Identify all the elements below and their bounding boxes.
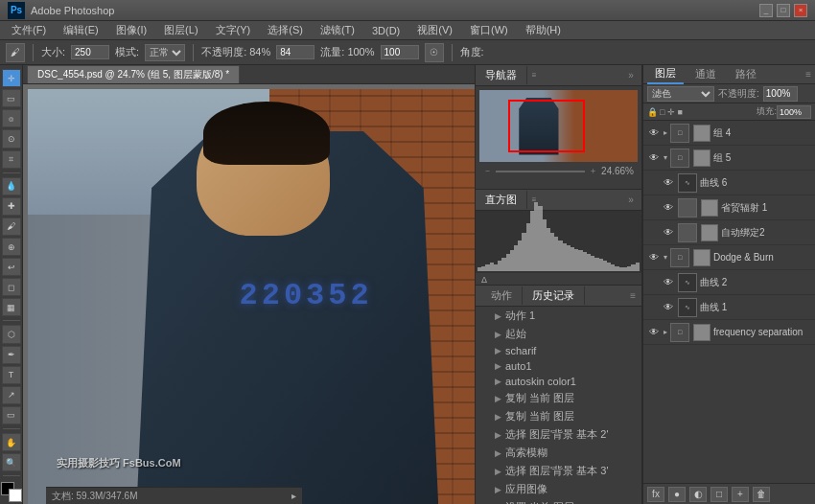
eraser-tool[interactable]: ◻: [2, 278, 21, 296]
history-item[interactable]: ▶应用图像: [476, 480, 641, 498]
layer-group-toggle[interactable]: ▸: [664, 128, 667, 137]
history-item[interactable]: ▶复制 当前 图层: [476, 407, 641, 425]
layer-visibility-toggle[interactable]: 👁: [662, 301, 675, 314]
menu-file[interactable]: 文件(F): [4, 21, 54, 39]
flow-input[interactable]: [381, 45, 419, 59]
brush-tool[interactable]: 🖌: [2, 218, 21, 236]
layer-item[interactable]: 👁∿曲线 6: [643, 171, 815, 195]
menu-text[interactable]: 文字(Y): [208, 21, 259, 39]
brush-size-input[interactable]: [71, 45, 109, 59]
brush-tool-icon[interactable]: 🖌: [6, 43, 25, 62]
path-selection-tool[interactable]: ↗: [2, 386, 21, 404]
navigator-expand-btn[interactable]: ≡: [527, 69, 541, 82]
layer-delete-button[interactable]: 🗑: [753, 487, 770, 502]
history-item[interactable]: ▶auto1: [476, 358, 641, 374]
layer-visibility-toggle[interactable]: 👁: [647, 151, 661, 165]
layer-item[interactable]: 👁▾□Dodge & Burn: [643, 245, 815, 270]
layer-new-button[interactable]: +: [732, 487, 749, 502]
move-tool[interactable]: ✛: [2, 69, 21, 87]
layer-fx-button[interactable]: fx: [647, 487, 664, 502]
shape-tool[interactable]: ▭: [2, 406, 21, 424]
layer-group-button[interactable]: □: [710, 487, 728, 502]
history-item[interactable]: ▶设置 当前 图层: [476, 498, 641, 504]
layer-fill-input[interactable]: [777, 105, 811, 119]
heal-tool[interactable]: ✚: [2, 197, 21, 216]
menu-view[interactable]: 视图(V): [409, 21, 460, 39]
paths-tab[interactable]: 路径: [728, 65, 764, 83]
layer-group-toggle[interactable]: ▸: [664, 328, 667, 336]
layer-visibility-toggle[interactable]: 👁: [662, 276, 675, 289]
history-tab[interactable]: 历史记录: [523, 286, 585, 305]
canvas-tab-active[interactable]: DSC_4554.psd @ 24.7% (组 5, 图层蒙版/8) *: [27, 65, 240, 83]
layers-tab[interactable]: 图层: [647, 65, 684, 84]
dodge-tool[interactable]: ⬡: [2, 325, 21, 343]
history-item[interactable]: ▶选择 图层'背景 基本 2': [476, 425, 641, 444]
maximize-button[interactable]: □: [777, 4, 790, 17]
history-expand[interactable]: ≡: [630, 290, 636, 301]
marquee-tool[interactable]: ▭: [2, 89, 21, 107]
layer-opacity-input[interactable]: [763, 86, 798, 102]
layer-item[interactable]: 👁省贸辐射 1: [643, 195, 815, 220]
history-brush-tool[interactable]: ↩: [2, 258, 21, 276]
layer-item[interactable]: 👁∿曲线 2: [643, 270, 815, 295]
layer-blend-mode-select[interactable]: 滤色 正常: [647, 86, 714, 102]
layer-visibility-toggle[interactable]: 👁: [647, 126, 661, 140]
menu-filter[interactable]: 滤镜(T): [313, 21, 362, 39]
quick-select-tool[interactable]: ⊙: [2, 129, 21, 148]
opacity-input[interactable]: [276, 45, 314, 59]
nav-viewport-box[interactable]: [508, 100, 585, 152]
menu-help[interactable]: 帮助(H): [518, 21, 569, 39]
navigator-close-btn[interactable]: »: [623, 68, 639, 83]
zoom-plus-icon[interactable]: ＋: [589, 165, 597, 177]
layer-group-toggle[interactable]: ▾: [664, 253, 667, 262]
layer-adj-button[interactable]: ◐: [689, 487, 707, 502]
layer-item[interactable]: 👁▸□组 4: [643, 121, 815, 146]
hand-tool[interactable]: ✋: [2, 433, 21, 451]
channels-tab[interactable]: 通道: [687, 65, 724, 83]
airbrush-icon[interactable]: ☉: [425, 43, 444, 62]
blend-mode-select[interactable]: 正常: [145, 44, 185, 61]
zoom-tool[interactable]: 🔍: [2, 453, 21, 471]
layer-visibility-toggle[interactable]: 👁: [662, 176, 675, 190]
actions-tab[interactable]: 动作: [481, 286, 523, 305]
menu-window[interactable]: 窗口(W): [462, 21, 516, 39]
zoom-minus-icon[interactable]: －: [483, 165, 492, 177]
layer-mask-button[interactable]: ●: [668, 487, 686, 502]
minimize-button[interactable]: _: [759, 4, 773, 17]
history-item[interactable]: ▶复制 当前 图层: [476, 389, 641, 407]
pen-tool[interactable]: ✒: [2, 346, 21, 364]
history-item[interactable]: ▶scharif: [476, 343, 641, 358]
layer-visibility-toggle[interactable]: 👁: [647, 326, 661, 339]
menu-select[interactable]: 选择(S): [260, 21, 311, 39]
history-item[interactable]: ▶选择 图层'背景 基本 3': [476, 462, 641, 480]
menu-image[interactable]: 图像(I): [108, 21, 154, 39]
histogram-close-btn[interactable]: »: [623, 193, 639, 208]
histogram-tab[interactable]: 直方图: [476, 191, 527, 209]
layer-item[interactable]: 👁∿曲线 1: [643, 295, 815, 320]
history-item[interactable]: ▶高索模糊: [476, 444, 641, 462]
crop-tool[interactable]: ⌗: [2, 150, 21, 169]
type-tool[interactable]: T: [2, 366, 21, 384]
color-picker[interactable]: [1, 482, 22, 502]
layers-menu-btn[interactable]: ≡: [805, 69, 811, 80]
layer-item[interactable]: 👁自动绑定2: [643, 220, 815, 245]
layer-visibility-toggle[interactable]: 👁: [647, 251, 661, 264]
layer-item[interactable]: 👁▾□组 5: [643, 146, 815, 171]
layer-group-toggle[interactable]: ▾: [664, 153, 667, 162]
menu-layer[interactable]: 图层(L): [156, 21, 205, 39]
history-item[interactable]: ▶动作 1: [476, 307, 641, 325]
menu-3d[interactable]: 3D(D): [364, 23, 408, 38]
eyedropper-tool[interactable]: 💧: [2, 177, 21, 195]
close-button[interactable]: ×: [794, 4, 807, 17]
menu-edit[interactable]: 编辑(E): [56, 21, 106, 39]
zoom-slider[interactable]: [496, 171, 585, 172]
history-item[interactable]: ▶起始: [476, 325, 641, 343]
layer-item[interactable]: 👁▸□frequency separation: [643, 320, 815, 345]
gradient-tool[interactable]: ▦: [2, 298, 21, 316]
lasso-tool[interactable]: ⌾: [2, 109, 21, 127]
clone-tool[interactable]: ⊕: [2, 238, 21, 256]
layer-visibility-toggle[interactable]: 👁: [662, 226, 675, 240]
layer-visibility-toggle[interactable]: 👁: [662, 201, 675, 215]
navigator-tab[interactable]: 导航器: [476, 66, 527, 84]
history-item[interactable]: ▶autoskin color1: [476, 374, 641, 389]
